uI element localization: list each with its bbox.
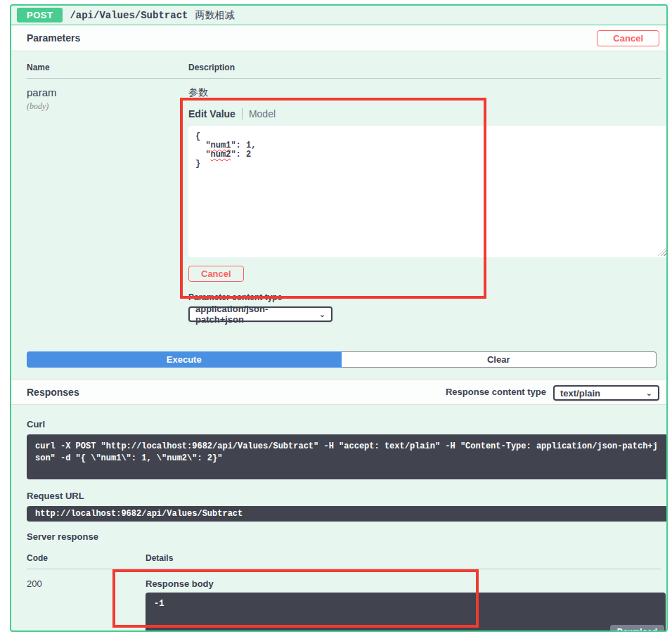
- response-content-type-label: Response content type: [446, 387, 546, 397]
- response-body-value: -1: [154, 599, 164, 609]
- parameters-table-header: Name Description: [27, 63, 661, 79]
- response-details-cell: Response body -1 Download: [146, 578, 666, 632]
- swagger-operation-page: POST /api/Values/Subtract 两数相减 Parameter…: [0, 0, 672, 634]
- server-response-row: 200 Response body -1 Download: [27, 569, 661, 632]
- parameters-table: Name Description param (body) 参数 Edit Va…: [11, 51, 666, 322]
- parameter-content-type-select[interactable]: application/json-patch+json ⌄: [188, 306, 332, 322]
- operation-summary-text: 两数相减: [195, 9, 234, 22]
- clear-button[interactable]: Clear: [342, 351, 657, 368]
- response-body-block: -1 Download: [146, 593, 666, 632]
- json-line: "num2": 2: [195, 150, 661, 160]
- parameters-section-header: Parameters Cancel: [11, 25, 666, 51]
- request-url-value: http://localhost:9682/api/Values/Subtrac…: [27, 506, 668, 522]
- json-line: "num1": 1,: [195, 141, 661, 150]
- response-content-type-value: text/plain: [560, 388, 600, 399]
- responses-body: Curl curl -X POST "http://localhost:9682…: [11, 405, 666, 632]
- parameter-description-cell: 参数 Edit Value Model { "num1": 1, "num2":…: [188, 86, 668, 322]
- curl-command[interactable]: curl -X POST "http://localhost:9682/api/…: [27, 434, 668, 479]
- responses-title: Responses: [27, 387, 79, 398]
- parameters-title: Parameters: [27, 32, 80, 44]
- parameter-location: (body): [27, 101, 188, 112]
- curl-label: Curl: [27, 419, 661, 429]
- parameter-name-cell: param (body): [27, 86, 188, 322]
- parameter-description: 参数: [188, 86, 668, 99]
- operation-summary[interactable]: POST /api/Values/Subtract 两数相减: [11, 6, 666, 25]
- textarea-resize-handle[interactable]: [658, 247, 666, 256]
- editor-cancel-button[interactable]: Cancel: [188, 266, 244, 282]
- try-out-cancel-button[interactable]: Cancel: [597, 30, 659, 46]
- request-url-label: Request URL: [27, 491, 661, 501]
- download-button[interactable]: Download: [610, 625, 664, 632]
- body-editor-tabs: Edit Value Model: [188, 108, 668, 119]
- details-column-header: Details: [146, 553, 661, 563]
- operation-path: /api/Values/Subtract: [70, 10, 188, 21]
- parameter-content-type-value: application/json-patch+json: [195, 304, 314, 325]
- response-content-type-select[interactable]: text/plain ⌄: [553, 385, 659, 401]
- json-line: {: [195, 132, 661, 141]
- name-column-header: Name: [27, 63, 188, 72]
- execute-button[interactable]: Execute: [27, 351, 342, 368]
- parameter-content-type-label: Parameter content type: [188, 292, 668, 302]
- responses-section-header: Responses Response content type text/pla…: [11, 379, 666, 405]
- response-content-type-wrapper: Response content type text/plain ⌄: [446, 383, 659, 401]
- request-body-editor[interactable]: { "num1": 1, "num2": 2 }: [188, 126, 668, 257]
- parameter-name: param: [27, 86, 188, 98]
- tab-separator: [242, 108, 243, 119]
- tab-edit-value[interactable]: Edit Value: [188, 108, 235, 119]
- description-column-header: Description: [188, 63, 661, 72]
- http-method-badge: POST: [17, 8, 63, 22]
- json-key-num2: num2: [211, 150, 231, 160]
- parameter-row: param (body) 参数 Edit Value Model { "num1…: [27, 79, 661, 322]
- execute-wrapper: Execute Clear: [27, 351, 657, 368]
- json-line: }: [195, 160, 661, 169]
- status-code: 200: [27, 578, 146, 632]
- code-column-header: Code: [27, 553, 146, 563]
- chevron-down-icon: ⌄: [646, 389, 652, 397]
- json-key-num1: num1: [211, 141, 231, 150]
- response-body-label: Response body: [146, 578, 666, 589]
- opblock-post-subtract: POST /api/Values/Subtract 两数相减 Parameter…: [10, 4, 668, 632]
- tab-model[interactable]: Model: [249, 108, 276, 119]
- chevron-down-icon: ⌄: [319, 311, 325, 318]
- server-response-table-header: Code Details: [27, 553, 661, 569]
- server-response-label: Server response: [27, 531, 661, 542]
